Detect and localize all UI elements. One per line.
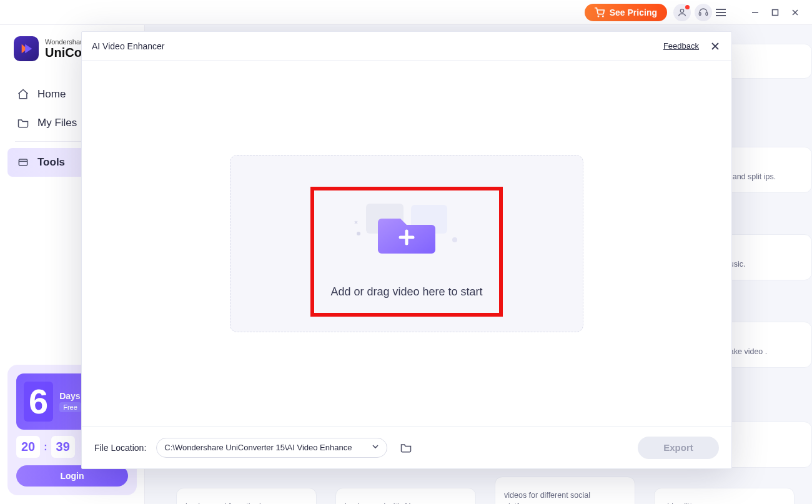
svg-point-1 (602, 16, 603, 16)
logo-icon (14, 36, 39, 61)
nav-label: Tools (37, 156, 65, 169)
video-dropzone[interactable]: Add or drag video here to start (230, 155, 583, 332)
modal-title: AI Video Enhancer (92, 41, 165, 51)
nav-label: Home (37, 88, 66, 101)
feedback-link[interactable]: Feedback (663, 41, 699, 51)
promo-days-word: Days (59, 391, 81, 401)
cart-icon (595, 7, 605, 17)
see-pricing-label: See Pricing (610, 7, 657, 17)
svg-point-14 (357, 232, 360, 235)
file-location-value: C:\Wondershare UniConverter 15\AI Video … (164, 443, 352, 452)
see-pricing-button[interactable]: See Pricing (585, 4, 667, 21)
open-folder-button[interactable] (397, 439, 415, 457)
countdown-minutes: 39 (51, 436, 75, 458)
svg-rect-9 (19, 159, 27, 166)
modal-footer: File Location: C:\Wondershare UniConvert… (82, 426, 731, 468)
svg-rect-6 (773, 9, 778, 15)
dropzone-illustration-icon (344, 188, 469, 269)
countdown-hours: 20 (16, 436, 40, 458)
folder-icon (16, 116, 30, 130)
svg-rect-4 (706, 12, 708, 16)
titlebar: See Pricing (0, 0, 812, 25)
modal-body: Add or drag video here to start (82, 61, 731, 426)
support-icon[interactable] (695, 4, 712, 21)
modal-header: AI Video Enhancer Feedback (82, 32, 731, 61)
promo-days-number: 6 (24, 382, 53, 422)
svg-point-2 (680, 9, 683, 12)
window-maximize-button[interactable] (767, 4, 783, 21)
tool-card[interactable]: video jitter. (654, 488, 795, 504)
menu-icon[interactable] (716, 4, 732, 21)
window-close-button[interactable] (787, 4, 803, 21)
dropzone-text: Add or drag video here to start (330, 285, 482, 299)
ai-video-enhancer-modal: AI Video Enhancer Feedback (81, 31, 732, 469)
modal-close-button[interactable] (708, 39, 723, 54)
tools-icon (16, 156, 30, 169)
window-minimize-button[interactable] (747, 4, 763, 21)
tool-card[interactable]: videos for different social platforms. (495, 477, 635, 504)
svg-rect-3 (699, 12, 701, 16)
file-location-label: File Location: (94, 443, 146, 453)
export-button[interactable]: Export (638, 437, 719, 459)
tool-card[interactable]: background from the image. (176, 488, 317, 504)
tool-card[interactable]: background with AI. (335, 488, 476, 504)
home-icon (16, 87, 30, 101)
svg-point-0 (598, 16, 598, 16)
nav-label: My Files (37, 117, 77, 129)
file-location-select[interactable]: C:\Wondershare UniConverter 15\AI Video … (156, 438, 387, 458)
chevron-down-icon (372, 443, 379, 452)
svg-point-15 (452, 237, 457, 242)
account-icon[interactable] (673, 4, 691, 21)
promo-badge: Free (59, 402, 81, 412)
